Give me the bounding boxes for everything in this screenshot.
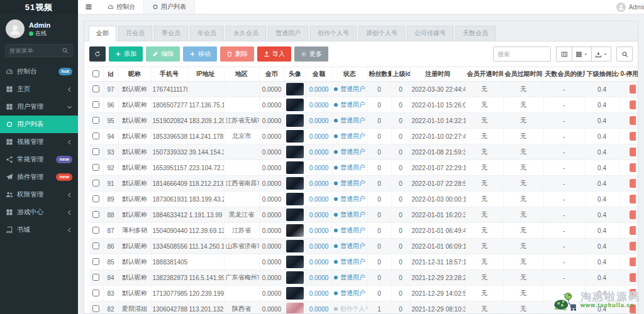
row-checkbox[interactable] xyxy=(92,85,99,92)
move-button[interactable]: 移动 xyxy=(183,46,217,62)
row-checkbox[interactable] xyxy=(92,148,99,155)
row-checkbox[interactable] xyxy=(92,180,99,187)
columns-toggle-button[interactable] xyxy=(556,46,572,62)
sidebar-search-input[interactable] xyxy=(9,47,62,54)
amount-link[interactable]: 0.0000 xyxy=(309,180,329,187)
filter-tab[interactable]: 创作个人号 xyxy=(310,26,357,41)
filter-tab[interactable]: 天数会员 xyxy=(455,26,496,41)
sidebar-item-perm-mgmt[interactable]: 权限管理 xyxy=(0,186,78,203)
filter-tab[interactable]: 季会员 xyxy=(154,26,188,41)
row-checkbox[interactable] xyxy=(92,211,99,218)
cell-id: 94 xyxy=(103,129,118,144)
action-button-clipped[interactable] xyxy=(630,116,636,125)
sidebar-toggle-button[interactable] xyxy=(78,0,99,14)
sidebar-item-plugin-mgmt[interactable]: 插件管理new xyxy=(0,168,78,186)
row-checkbox[interactable] xyxy=(92,227,99,234)
action-button-clipped[interactable] xyxy=(630,100,636,109)
action-button-clipped[interactable] xyxy=(630,242,636,251)
amount-link[interactable]: 0.0000 xyxy=(309,149,329,156)
amount-link[interactable]: 0.0000 xyxy=(309,243,329,250)
amount-link[interactable]: 0.0000 xyxy=(309,86,329,93)
cell-reg-time: 2022-01-03 00:00:10 xyxy=(410,192,465,207)
filter-tab[interactable]: 原创个人号 xyxy=(358,26,405,41)
sidebar-item-user-list[interactable]: 用户列表 xyxy=(0,116,78,133)
amount-link[interactable]: 0.0000 xyxy=(309,259,329,266)
row-checkbox[interactable] xyxy=(92,305,99,312)
refresh-button[interactable] xyxy=(89,46,106,62)
filter-tab[interactable]: 永久会员 xyxy=(226,26,266,41)
cell-reg-time: 2021-12-29 23:28:21 xyxy=(410,270,465,286)
row-checkbox[interactable] xyxy=(92,101,99,108)
filter-tab[interactable]: 普通用户 xyxy=(268,26,308,41)
action-button-clipped[interactable] xyxy=(630,226,636,235)
sidebar-item-book-city[interactable]: 书城 xyxy=(0,221,78,239)
action-button-clipped[interactable] xyxy=(630,305,636,313)
status-dot-icon xyxy=(334,134,338,138)
import-button[interactable]: 导入 xyxy=(257,46,291,62)
row-checkbox[interactable] xyxy=(92,242,99,249)
amount-link[interactable]: 0.0000 xyxy=(309,274,329,281)
topbar-user[interactable]: Admin xyxy=(616,0,644,14)
sidebar-item-console[interactable]: 控制台hot xyxy=(0,63,78,80)
sidebar-badge: hot xyxy=(58,68,72,76)
action-button-clipped[interactable] xyxy=(630,273,636,282)
cell-actions xyxy=(619,286,638,301)
sidebar-item-user-mgmt[interactable]: 用户管理 xyxy=(0,98,78,116)
amount-link[interactable]: 0.0000 xyxy=(309,212,329,219)
row-checkbox[interactable] xyxy=(92,274,99,281)
select-all-checkbox[interactable] xyxy=(92,70,99,77)
action-button-clipped[interactable] xyxy=(630,179,636,188)
delete-button[interactable]: 删除 xyxy=(220,46,254,62)
add-button[interactable]: 添加 xyxy=(109,46,143,62)
status-dot-icon xyxy=(334,181,338,185)
more-button[interactable]: 更多 xyxy=(294,46,328,62)
sidebar-item-video-mgmt[interactable]: 视频管理 xyxy=(0,133,78,151)
sidebar-item-home[interactable]: 主页 xyxy=(0,80,78,98)
amount-link[interactable]: 0.0000 xyxy=(309,117,329,124)
action-button-clipped[interactable] xyxy=(630,195,636,203)
action-button-clipped[interactable] xyxy=(630,148,636,156)
table-search-button[interactable] xyxy=(616,46,633,62)
action-button-clipped[interactable] xyxy=(630,85,636,94)
cell-phone: 13060427883 xyxy=(151,301,187,314)
row-checkbox[interactable] xyxy=(92,117,99,124)
cell-gold: 0.0000 xyxy=(259,82,284,97)
row-checkbox[interactable] xyxy=(92,195,99,202)
cell-region xyxy=(224,144,259,160)
action-button-clipped[interactable] xyxy=(630,289,636,298)
row-checkbox[interactable] xyxy=(92,290,99,296)
sidebar-item-general-mgmt[interactable]: 常规管理new xyxy=(0,151,78,168)
action-button-clipped[interactable] xyxy=(630,257,636,266)
nav-tab-console[interactable]: 控制台 xyxy=(99,0,143,14)
table-search-input[interactable] xyxy=(493,46,551,62)
sidebar-search[interactable] xyxy=(5,44,73,57)
filter-tab[interactable]: 公司传媒号 xyxy=(407,26,453,41)
user-avatar-image xyxy=(286,193,304,205)
sidebar-item-game-center[interactable]: 游戏中心 xyxy=(0,203,78,221)
export-button[interactable] xyxy=(592,46,611,62)
filter-tab[interactable]: 年会员 xyxy=(190,26,224,41)
edit-button[interactable]: 编辑 xyxy=(146,46,180,62)
filter-tab[interactable]: 全部 xyxy=(89,26,116,41)
amount-link[interactable]: 0.0000 xyxy=(309,102,329,109)
dashboard-icon xyxy=(6,68,13,75)
action-button-clipped[interactable] xyxy=(630,210,636,219)
amount-link[interactable]: 0.0000 xyxy=(309,227,329,234)
amount-link[interactable]: 0.0000 xyxy=(309,290,329,297)
nav-tab-user-list[interactable]: 用户列表 xyxy=(143,0,195,14)
user-avatar-image xyxy=(286,303,304,313)
filter-tab[interactable]: 月会员 xyxy=(118,26,152,41)
amount-link[interactable]: 0.0000 xyxy=(309,133,329,140)
cell-status: 普通用户 xyxy=(332,207,367,223)
amount-link[interactable]: 0.0000 xyxy=(309,196,329,203)
row-checkbox[interactable] xyxy=(92,164,99,171)
row-checkbox[interactable] xyxy=(92,258,99,265)
action-button-clipped[interactable] xyxy=(630,132,636,141)
cell-region: 黑龙江省 xyxy=(224,207,259,223)
row-checkbox[interactable] xyxy=(92,133,99,139)
grid-view-button[interactable] xyxy=(572,46,592,62)
amount-link[interactable]: 0.0000 xyxy=(309,165,329,171)
amount-link[interactable]: 0.0000 xyxy=(309,306,329,313)
action-button-clipped[interactable] xyxy=(630,163,636,172)
cell-ratio: 0.4 xyxy=(585,82,619,97)
